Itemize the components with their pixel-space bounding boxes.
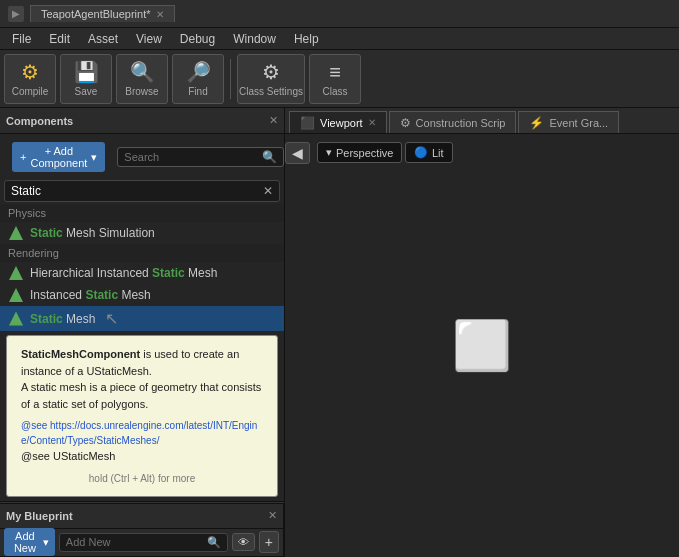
class-settings-button[interactable]: ⚙ Class Settings [237,54,305,104]
mesh-icon-2 [8,287,24,303]
menu-window[interactable]: Window [225,30,284,48]
menu-asset[interactable]: Asset [80,30,126,48]
tooltip-see1: @see https://docs.unrealengine.com/lates… [21,418,263,448]
browse-icon: 🔍 [130,60,155,84]
compile-button[interactable]: ⚙ Compile [4,54,56,104]
close-icon[interactable]: ✕ [156,9,164,20]
components-header: Components ✕ [0,108,284,134]
components-search-wrap: 🔍 [117,147,284,167]
viewport-tab-close-icon[interactable]: ✕ [368,117,376,128]
browse-label: Browse [125,86,158,97]
filter-row: ✕ [4,180,280,202]
find-button[interactable]: 🔎 Find [172,54,224,104]
list-item-hierarchical-instanced[interactable]: Hierarchical Instanced Static Mesh [0,262,284,284]
title-tab[interactable]: TeapotAgentBlueprint* ✕ [30,5,175,22]
lit-button[interactable]: 🔵 Lit [405,142,453,163]
browse-button[interactable]: 🔍 Browse [116,54,168,104]
find-label: Find [188,86,207,97]
find-icon: 🔎 [186,60,211,84]
menu-file[interactable]: File [4,30,39,48]
compile-icon: ⚙ [21,60,39,84]
menu-debug[interactable]: Debug [172,30,223,48]
perspective-dropdown-icon: ▾ [326,146,332,159]
components-title: Components [6,115,265,127]
viewport-empty-icon: ⬜ [452,318,512,374]
tab-viewport[interactable]: ⬛ Viewport ✕ [289,111,387,133]
list-item-static-mesh[interactable]: Static Mesh ↖ [0,306,284,331]
add-component-plus-icon: + [20,151,26,163]
tooltip-footer: hold (Ctrl + Alt) for more [21,471,263,486]
tooltip-component-name: StaticMeshComponent [21,348,140,360]
construction-tab-icon: ⚙ [400,116,411,130]
blueprint-plus-button[interactable]: + [259,531,279,553]
blueprint-title: My Blueprint [6,510,264,522]
compile-label: Compile [12,86,49,97]
mesh-triangle-icon-1 [9,266,23,280]
save-button[interactable]: 💾 Save [60,54,112,104]
filter-input[interactable] [5,181,257,201]
tooltip-body: StaticMeshComponent is used to create an… [21,346,263,412]
main-content: Components ✕ + + Add Component ▾ 🔍 ✕ [0,108,679,557]
menu-view[interactable]: View [128,30,170,48]
add-component-label: + Add Component [30,145,87,169]
blueprint-panel: My Blueprint ✕ Add New ▾ 🔍 👁 + ▼ [0,503,284,558]
blueprint-add-label: Add New [10,530,40,554]
blueprint-eye-button[interactable]: 👁 [232,533,255,551]
list-item-text-3: Static Mesh [30,312,95,326]
blueprint-header: My Blueprint ✕ [0,503,283,529]
cursor-icon: ↖ [105,309,118,328]
mesh-triangle-icon-3 [9,312,23,326]
save-label: Save [75,86,98,97]
list-item-static-mesh-simulation[interactable]: Static Mesh Simulation [0,222,284,244]
rendering-category: Rendering [0,244,284,262]
save-icon: 💾 [74,60,99,84]
components-search-input[interactable] [124,151,262,163]
right-panel: ⬛ Viewport ✕ ⚙ Construction Scrip ⚡ Even… [285,108,679,557]
components-close-icon[interactable]: ✕ [269,114,278,127]
viewport-tab-label: Viewport [320,117,363,129]
add-component-chevron-icon: ▾ [91,151,97,164]
class-label: Class [322,86,347,97]
mesh-icon-1 [8,265,24,281]
lit-label: Lit [432,147,444,159]
class-icon: ≡ [329,61,341,84]
viewport-tabs-row: ⬛ Viewport ✕ ⚙ Construction Scrip ⚡ Even… [285,108,679,134]
blueprint-close-icon[interactable]: ✕ [268,509,277,522]
list-item-text-1: Hierarchical Instanced Static Mesh [30,266,217,280]
add-component-button[interactable]: + + Add Component ▾ [12,142,105,172]
class-settings-icon: ⚙ [262,60,280,84]
list-item-text-0: Static Mesh Simulation [30,226,155,240]
title-bar: ▶ TeapotAgentBlueprint* ✕ [0,0,679,28]
eventgraph-tab-icon: ⚡ [529,116,544,130]
blueprint-search-input[interactable] [66,536,204,548]
class-settings-label: Class Settings [239,86,303,97]
list-item-instanced-static-mesh[interactable]: Instanced Static Mesh [0,284,284,306]
tab-label: TeapotAgentBlueprint* [41,8,150,20]
tooltip-see2: @see UStaticMesh [21,448,263,465]
tab-event-graph[interactable]: ⚡ Event Gra... [518,111,619,133]
blueprint-add-button[interactable]: Add New ▾ [4,528,55,556]
blueprint-search-icon[interactable]: 🔍 [207,536,221,549]
viewport-arrow-button[interactable]: ◀ [285,142,310,164]
perspective-button[interactable]: ▾ Perspective [317,142,402,163]
class-button[interactable]: ≡ Class [309,54,361,104]
physics-category: Physics [0,204,284,222]
menu-bar: File Edit Asset View Debug Window Help [0,28,679,50]
app-icon: ▶ [8,6,24,22]
blueprint-search-wrap: 🔍 [59,533,228,552]
mesh-triangle-icon [9,226,23,240]
viewport-area: ⬜ ◀ ▾ Perspective 🔵 Lit [285,134,679,557]
menu-edit[interactable]: Edit [41,30,78,48]
construction-tab-label: Construction Scrip [416,117,506,129]
components-panel: Components ✕ + + Add Component ▾ 🔍 ✕ [0,108,284,501]
menu-help[interactable]: Help [286,30,327,48]
tab-construction-script[interactable]: ⚙ Construction Scrip [389,111,517,133]
toolbar: ⚙ Compile 💾 Save 🔍 Browse 🔎 Find ⚙ Class… [0,50,679,108]
mesh-triangle-icon-2 [9,288,23,302]
search-icon[interactable]: 🔍 [262,150,277,164]
viewport-icon: ⬛ [300,116,315,130]
left-panel: Components ✕ + + Add Component ▾ 🔍 ✕ [0,108,285,557]
filter-clear-icon[interactable]: ✕ [257,182,279,200]
tooltip-box: StaticMeshComponent is used to create an… [6,335,278,497]
tooltip-see-also: @see https://docs.unrealengine.com/lates… [21,418,263,465]
